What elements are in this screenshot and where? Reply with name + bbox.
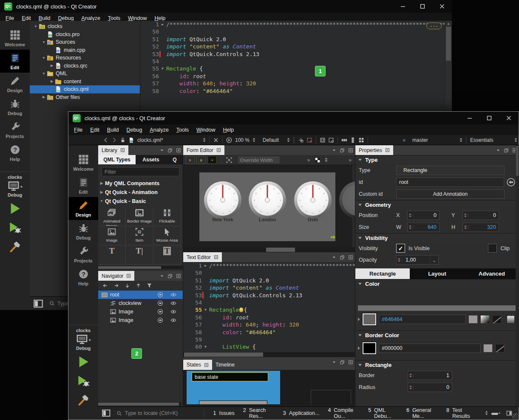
snapping-button[interactable]: ▪ — [207, 156, 217, 164]
close-icon[interactable] — [120, 148, 125, 152]
library-hscrollbar[interactable] — [98, 266, 183, 269]
float-panel-icon[interactable] — [167, 273, 173, 279]
radius-spinbox[interactable]: 0 — [408, 383, 452, 392]
tree-item-clocks-qrc[interactable]: ▶clocks.qrc — [30, 62, 140, 70]
layout-column-icon[interactable] — [349, 136, 357, 144]
group-expand-icon[interactable]: ▼ — [98, 199, 105, 203]
add-state-placeholder[interactable] — [311, 390, 351, 404]
snap-anchors-icon[interactable] — [297, 136, 305, 144]
border-color-swatch[interactable] — [363, 342, 376, 354]
tree-item-content[interactable]: ▶content — [30, 78, 140, 86]
tree-item-resources[interactable]: ▼Resources — [30, 54, 140, 62]
go-next-icon[interactable] — [330, 234, 336, 239]
timeline-tab[interactable]: Timeline — [212, 360, 238, 370]
override-width-input[interactable] — [238, 156, 280, 164]
library-group-qt-quick-basic[interactable]: ▼Qt Quick - Basic — [98, 197, 183, 206]
component-text-input[interactable]: T — [153, 245, 181, 265]
visibility-eye-icon[interactable] — [170, 317, 177, 324]
locator[interactable]: Type to locate (Ctrl+K) — [112, 410, 198, 416]
navigator-item-image[interactable]: Image — [98, 316, 183, 324]
subtab-layout[interactable]: Layout — [410, 268, 464, 279]
navigator-item-clockview[interactable]: clockview — [98, 299, 183, 307]
menu-edit[interactable]: Edit — [86, 127, 103, 133]
export-alias-icon[interactable] — [157, 317, 164, 324]
output-pane-compile-ou-[interactable]: 4Compile Ou... — [323, 407, 364, 419]
debug-run-button[interactable] — [75, 373, 92, 389]
menu-tools[interactable]: Tools — [173, 127, 193, 133]
no-fill-button[interactable] — [492, 315, 502, 324]
menu-build[interactable]: Build — [35, 15, 54, 21]
perspective-selector[interactable]: Essentials — [468, 137, 513, 143]
code-line[interactable]: 58 color: "#646464" — [140, 87, 452, 95]
build-button[interactable] — [6, 239, 23, 255]
border-width-spinbox[interactable]: 1 — [408, 371, 452, 380]
left-sidebar-toggle-icon[interactable] — [33, 299, 43, 308]
float-panel-icon[interactable] — [340, 360, 345, 365]
navigator-item-root[interactable]: root — [98, 290, 183, 299]
tree-item-main-cpp[interactable]: Cmain.cpp — [30, 46, 140, 54]
tree-item-clocks-pro[interactable]: Qtclocks.pro — [30, 31, 140, 39]
close-icon[interactable] — [214, 255, 218, 259]
close-icon[interactable] — [126, 273, 131, 278]
form-editor-tab[interactable]: Form Editor — [183, 145, 224, 155]
build-progress-icon[interactable] — [491, 410, 500, 416]
kit-selector[interactable]: ▸ — [7, 180, 23, 192]
no-border-button[interactable] — [495, 344, 505, 352]
menu-help[interactable]: Help — [219, 127, 238, 133]
toolbar-overflow[interactable]: » — [306, 157, 312, 163]
geometry-section-header[interactable]: Geometry — [355, 200, 519, 209]
mode-help[interactable]: ?Help — [0, 141, 30, 164]
float-panel-icon[interactable] — [340, 148, 345, 153]
navigator-hscrollbar[interactable] — [98, 402, 181, 406]
mode-projects[interactable]: Projects — [0, 118, 30, 141]
float-panel-icon[interactable] — [504, 148, 509, 153]
menu-file[interactable]: File — [70, 127, 86, 133]
export-alias-icon[interactable] — [157, 292, 164, 298]
code-line[interactable]: 50 — [183, 269, 355, 276]
library-tab-q[interactable]: Q — [166, 155, 183, 164]
panel-menu-icon[interactable] — [160, 274, 164, 278]
expand-border-color-icon[interactable] — [358, 347, 360, 350]
tree-expand-icon[interactable]: ▼ — [41, 56, 46, 60]
code-line[interactable]: 1▶/*************************************… — [140, 21, 452, 28]
folded-comment-pill[interactable]: ... — [426, 23, 442, 29]
layout-grid-icon[interactable] — [357, 136, 366, 144]
border-color-hex-input[interactable] — [379, 344, 481, 353]
clock-oslo[interactable] — [294, 181, 332, 219]
menu-edit[interactable]: Edit — [18, 15, 35, 21]
solid-border-button[interactable] — [483, 344, 493, 352]
left-sidebar-toggle-icon[interactable] — [102, 409, 111, 417]
forward-icon[interactable] — [110, 136, 119, 144]
menu-debug[interactable]: Debug — [123, 127, 146, 133]
color-section-header[interactable]: Color — [355, 279, 519, 288]
visibility-section-header[interactable]: Visibility — [355, 233, 519, 242]
width-spinbox[interactable]: 640 — [407, 223, 440, 232]
form-editor-canvas[interactable]: New YorkLondonOslo — [183, 165, 355, 247]
navigator-filter-icon[interactable] — [147, 283, 152, 288]
mode-help[interactable]: ?Help — [68, 266, 98, 289]
fill-color-hex-input[interactable] — [379, 315, 466, 324]
close-panel-icon[interactable] — [176, 148, 181, 153]
mode-debug[interactable]: Debug — [0, 96, 30, 118]
back-icon[interactable] — [102, 136, 110, 144]
library-tab-qml-types[interactable]: QML Types — [98, 155, 136, 164]
output-pane-qml-debu-[interactable]: 5QML Debu... — [364, 407, 402, 419]
type-section-header[interactable]: Type — [355, 155, 519, 164]
height-spinbox[interactable]: 320 — [462, 223, 499, 232]
titlebar[interactable]: QC clocks.qml @ clocks - Qt Creator — [0, 0, 452, 13]
tree-item-other-files[interactable]: ▶Other files — [30, 93, 140, 101]
close-icon[interactable] — [216, 148, 221, 152]
tree-expand-icon[interactable]: ▼ — [41, 72, 46, 76]
tree-item-sources[interactable]: ▼CSources — [30, 38, 140, 46]
output-panes-updown-icon[interactable] — [484, 410, 489, 416]
output-pane-application-[interactable]: 3Application... — [279, 410, 324, 416]
text-editor-tab[interactable]: Text Editor — [183, 252, 222, 262]
opacity-spinbox[interactable]: 1,00 ⌄ — [396, 255, 439, 265]
tree-item-qml[interactable]: ▼qmlQML — [30, 70, 140, 78]
code-line[interactable]: 58 color: "#646464" — [183, 329, 355, 336]
y-spinbox[interactable]: 0 — [462, 211, 499, 220]
mode-design[interactable]: Design — [0, 73, 30, 96]
output-pane-test-results[interactable]: 8Test Results — [442, 407, 479, 419]
tree-expand-icon[interactable]: ▶ — [41, 95, 46, 99]
fold-marker[interactable]: ▼ — [202, 343, 209, 350]
